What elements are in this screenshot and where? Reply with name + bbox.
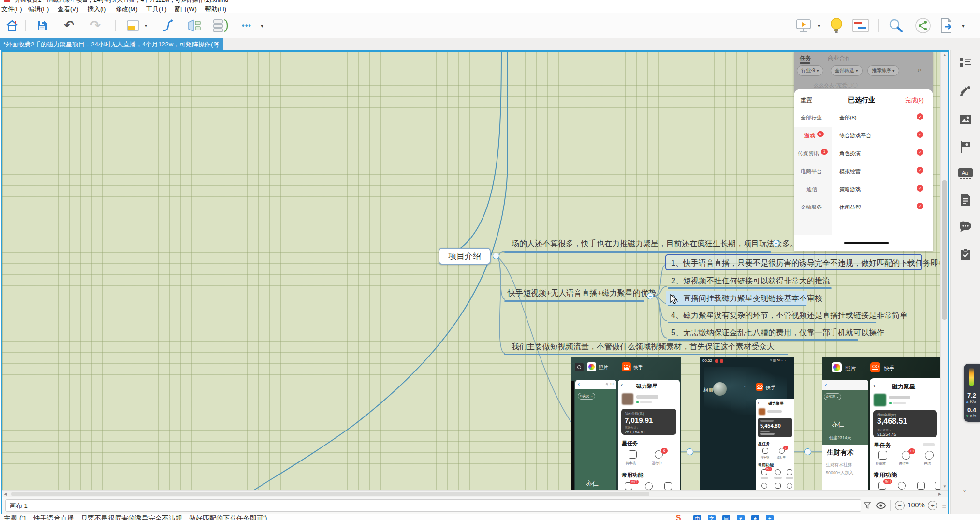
status-text: 主题 ('1、快手语音直播，只要不是很厉害的诱导完全不违规，做好匹配的下载任务即… (4, 514, 267, 520)
ongoing-badge: 19 (908, 448, 915, 454)
filter-button[interactable] (863, 501, 872, 510)
presentation-button[interactable] (794, 18, 813, 33)
format-panel-button[interactable] (958, 85, 973, 99)
avatar (622, 393, 633, 405)
gantt-button[interactable] (851, 18, 870, 33)
app-title: 磁力聚星 (892, 383, 915, 391)
horizontal-scrollbar[interactable]: ◀ ▶ (2, 490, 948, 497)
taskbar-icon[interactable]: ▤ (722, 515, 730, 520)
more-tools-caret[interactable]: ▾ (259, 23, 265, 29)
dimmed-row: 么么交友·宠爱〇〇 (813, 82, 858, 89)
topic-note-bottom[interactable]: 我们主要做短视频流量，不管做什么领域视频素材，首先保证这个素材受众大 (512, 342, 775, 352)
taskbar-icon[interactable]: 文 (708, 515, 716, 520)
fit-view-button[interactable]: ≡ (939, 501, 949, 510)
menu-help[interactable]: 帮助(H) (205, 5, 226, 14)
topic-node-project-intro[interactable]: 项目介绍 (439, 248, 491, 265)
document-tab-active[interactable]: *外面收费2千的磁力聚星项目，24小时无人直播，4个月122w，可矩阵操作(1)… (0, 38, 223, 50)
filter-chip-sort: 推荐排序 ▾ (867, 65, 899, 76)
branch-underline (504, 251, 771, 253)
menu-insert[interactable]: 插入(I) (88, 5, 106, 14)
marker-panel-button[interactable] (958, 140, 973, 154)
save-button[interactable] (35, 19, 49, 32)
scroll-up-arrow[interactable]: ▲ (943, 53, 947, 57)
category-ecommerce: 电商平台 (801, 168, 822, 175)
taskbar-icon[interactable]: ✦ (766, 515, 774, 520)
collapse-icon[interactable]: − (493, 253, 499, 259)
taskbar-icon[interactable]: S (676, 514, 681, 520)
search-button[interactable] (887, 17, 905, 34)
branch-underline (668, 339, 858, 341)
sheet-tab-label[interactable]: 画布 1 (10, 502, 28, 510)
topic-item-5[interactable]: 5、无需缴纳保证金乱七八糟的费用，仅靠一部手机就可以操作 (671, 328, 884, 338)
topic-item-3[interactable]: 3、直播间挂载磁力聚星变现链接基本不审核 (671, 294, 822, 304)
label-panel-button[interactable]: Aa (957, 167, 974, 180)
undo-button[interactable]: ↶ (61, 17, 77, 33)
export-caret[interactable]: ▾ (960, 23, 966, 29)
home-icon (6, 20, 18, 31)
collapse-icon[interactable]: − (804, 448, 811, 455)
reset-button: 重置 (801, 96, 812, 104)
image-panel-button[interactable] (958, 113, 973, 126)
industry-panel-screenshot[interactable]: 任务 商业合作 行业·9 ▾ 全部筛选 ▾ 推荐排序 ▾ ⌕ 么么交友·宠爱〇〇… (794, 52, 933, 251)
notes-panel-button[interactable] (958, 193, 973, 207)
topic-item-1-selected[interactable]: 1、快手语音直播，只要不是很厉害的诱导完全不违规，做好匹配的下载任务即可 (665, 254, 922, 270)
collapse-icon[interactable]: − (647, 293, 654, 299)
map-canvas[interactable]: 项目介绍 − 场的人还不算很多，快手也在力推磁力聚星，目前还在疯狂生长期，项目玩… (2, 52, 940, 490)
theme-button[interactable] (125, 19, 141, 32)
menu-modify[interactable]: 修改(M) (116, 5, 138, 14)
zoom-out-button[interactable]: − (895, 501, 905, 510)
screenshot-3[interactable]: 照片 快手 ‹ ⊙实况 ⌄ 亦仁 创建2314天 生财有术 生财有术社群 500… (822, 357, 940, 490)
menu-window[interactable]: 窗口(W) (174, 5, 197, 14)
summary-button[interactable] (186, 18, 203, 33)
topic-item-2[interactable]: 2、短视频不挂任何链接可以获得非常大的推流 (671, 276, 830, 286)
scroll-right-arrow[interactable]: ▶ (938, 492, 941, 496)
menu-edit[interactable]: 编辑(E) (28, 5, 49, 14)
branch-underline (668, 287, 832, 289)
theme-dropdown-caret[interactable]: ▾ (143, 23, 149, 29)
taskbar-icon[interactable]: 中 (693, 515, 701, 520)
show-hide-button[interactable] (876, 501, 886, 510)
collapse-icon[interactable]: − (773, 240, 779, 247)
menu-file[interactable]: 文件(F) (1, 5, 22, 14)
scrollbar-thumb[interactable] (11, 492, 649, 496)
scroll-left-arrow[interactable]: ◀ (4, 492, 7, 496)
idea-bulb-icon (829, 17, 844, 34)
export-button[interactable] (937, 17, 956, 34)
share-button[interactable] (914, 17, 932, 34)
taskbar-icon[interactable]: ★ (751, 515, 759, 520)
upload-unit: K/s (970, 399, 976, 404)
tasks-panel-button[interactable] (958, 248, 973, 261)
right-tool-strip: Aa ⌄ (950, 50, 980, 514)
screenshot-2[interactable]: 00:52 ▿ ▥ 5G ▭ 相册 ፡ 快手 ‹ 磁力聚星 (700, 357, 794, 490)
topic-note-top[interactable]: 场的人还不算很多，快手也在力推磁力聚星，目前还在疯狂生长期，项目玩法众多。 (512, 239, 798, 249)
screenshot-1[interactable]: 照片 快手 ‹ 今 10: ⊙实况 ⌄ 亦仁 创建2312天 ‹ (571, 357, 681, 490)
idea-button[interactable] (828, 17, 845, 34)
outline-button[interactable] (212, 18, 230, 33)
collapse-icon[interactable]: − (687, 448, 693, 455)
strip-scroll-down-icon[interactable]: ⌄ (962, 487, 967, 493)
svg-text:Aa: Aa (962, 170, 968, 176)
phone-card-profile: ‹ 今 10: ⊙实况 ⌄ 亦仁 创建2312天 (575, 380, 616, 490)
taskbar-icon[interactable]: ♥ (737, 515, 745, 520)
zoom-in-button[interactable]: + (928, 501, 937, 510)
tab-close-icon[interactable]: × (215, 40, 219, 47)
window-title: *外面收费2千的磁力聚星项目，24小时无人直播，4个月122w，可矩阵操作(1)… (13, 0, 228, 3)
topics-panel-button[interactable] (958, 56, 973, 69)
profile-days: 创建2314天 (829, 435, 851, 441)
scroll-down-arrow[interactable]: ▼ (943, 484, 947, 489)
category-game: 游戏 (804, 132, 815, 139)
presentation-caret[interactable]: ▾ (816, 23, 822, 29)
relationship-button[interactable] (160, 18, 176, 33)
topic-item-4[interactable]: 4、磁力聚星没有复杂的环节，不管视频还是直播挂载链接是非常简单 (671, 311, 907, 321)
sheet-name-field[interactable]: 画布 1 (5, 499, 861, 512)
scrollbar-thumb[interactable] (942, 180, 947, 320)
comments-panel-button[interactable] (958, 221, 973, 233)
vertical-scrollbar[interactable]: ▲ ▼ (940, 52, 948, 490)
menu-view[interactable]: 查看(V) (58, 5, 78, 14)
menu-tools[interactable]: 工具(T) (146, 5, 167, 14)
task-icon (960, 248, 971, 261)
home-button[interactable] (5, 19, 19, 32)
topic-advantages[interactable]: 快手短视频+无人语音直播+磁力聚星的优势 (508, 288, 656, 298)
more-tools-button[interactable]: ••• (238, 20, 255, 31)
redo-button[interactable]: ↷ (87, 17, 103, 33)
